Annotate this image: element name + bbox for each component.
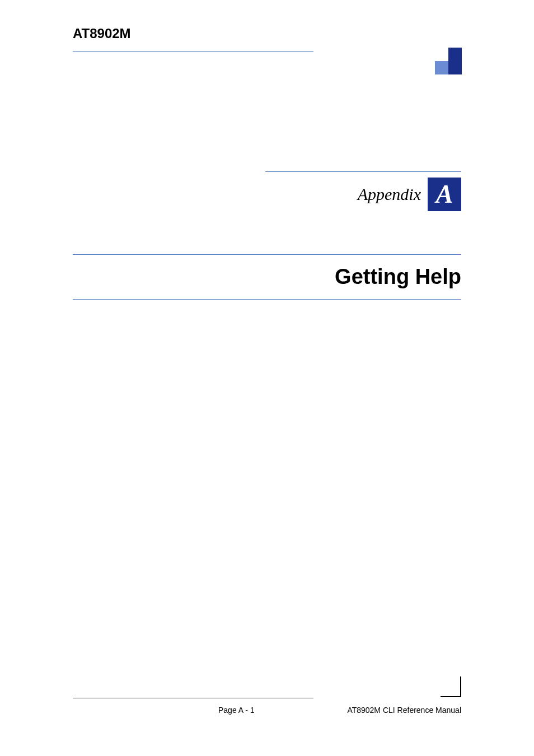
header-rule — [73, 51, 313, 52]
footer-rule — [73, 698, 313, 698]
section-title: Getting Help — [73, 265, 461, 289]
product-title: AT8902M — [73, 26, 461, 41]
title-rule-bottom — [73, 299, 461, 300]
title-block: Getting Help — [73, 254, 461, 300]
svg-rect-1 — [435, 61, 448, 74]
corner-mark-icon — [435, 48, 462, 74]
appendix-label: Appendix — [358, 185, 421, 204]
title-rule-top — [73, 254, 461, 255]
footer-page-number: Page A - 1 — [218, 706, 255, 715]
appendix-letter-box: A — [428, 178, 461, 211]
footer-row: Page A - 1 AT8902M CLI Reference Manual — [73, 706, 461, 715]
appendix-row: Appendix A — [265, 178, 461, 211]
corner-bracket-icon — [441, 676, 462, 698]
appendix-letter: A — [436, 181, 453, 207]
svg-rect-0 — [448, 48, 462, 74]
appendix-block: Appendix A — [265, 171, 461, 211]
page-header: AT8902M — [73, 26, 461, 41]
page-footer: Page A - 1 AT8902M CLI Reference Manual — [73, 706, 461, 715]
footer-doc-title: AT8902M CLI Reference Manual — [347, 706, 461, 715]
appendix-rule-top — [265, 171, 461, 172]
